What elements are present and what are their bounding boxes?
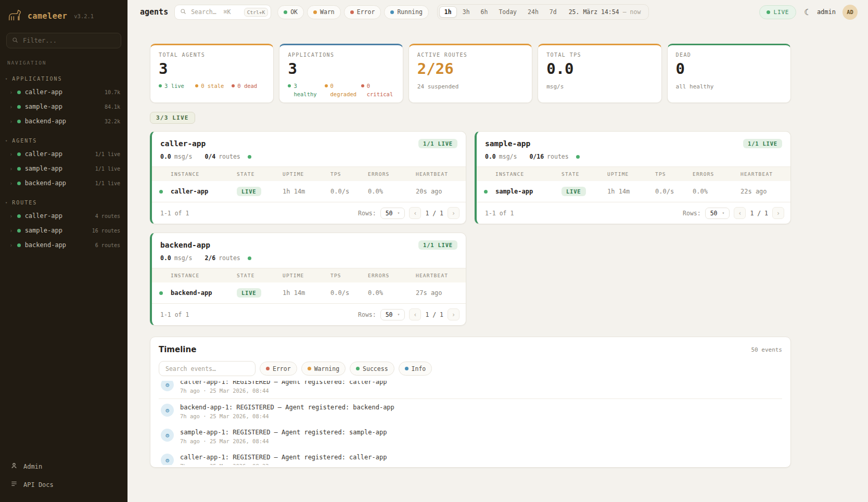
sidebar-item-label: backend-app	[25, 179, 66, 187]
gear-icon: ⚙	[161, 429, 174, 442]
timeline-event[interactable]: ⚙ caller-app-1: REGISTERED — Agent regis…	[159, 381, 782, 399]
sidebar-section-agents: ▾ AGENTS › caller-app 1/1 live › sample-…	[0, 136, 127, 190]
section-header-agents[interactable]: ▾ AGENTS	[0, 136, 127, 147]
ok-dot	[248, 155, 251, 159]
warn-dot	[325, 84, 328, 87]
topbar: agents Ctrl+K OK Warn Error Ru	[127, 0, 868, 24]
column-header: HEARTBEAT	[412, 268, 466, 282]
sidebar-item-routes-caller-app[interactable]: › caller-app 4 routes	[0, 209, 127, 223]
global-search[interactable]: Ctrl+K	[174, 5, 271, 20]
sidebar-filter[interactable]	[6, 33, 121, 48]
tps-unit: msg/s	[174, 254, 193, 262]
card-stats: 3 healthy 0 degraded 0 critical	[288, 82, 394, 99]
filter-chip-running[interactable]: Running	[384, 5, 428, 19]
rows-per-page-value: 50	[710, 210, 718, 217]
instance-name: backend-app	[167, 282, 233, 304]
event-time: 7h ago · 25 Mar 2026, 08:23	[180, 463, 387, 465]
sidebar-item-routes-sample-app[interactable]: › sample-app 16 routes	[0, 223, 127, 238]
page-indicator: 1 / 1	[425, 311, 443, 318]
instance-table-header: INSTANCE STATE UPTIME TPS ERRORS HEARTBE…	[477, 167, 790, 181]
sidebar-filter-input[interactable]	[22, 36, 116, 45]
prev-page-button[interactable]: ‹	[409, 207, 421, 219]
rows-per-page-value: 50	[386, 311, 393, 318]
live-status-badge[interactable]: LIVE	[759, 5, 797, 19]
next-page-button[interactable]: ›	[448, 207, 459, 219]
time-range-1h[interactable]: 1h	[439, 6, 457, 18]
sidebar-admin-link[interactable]: Admin	[0, 457, 127, 475]
event-title: caller-app-1: REGISTERED — Agent registe…	[180, 454, 387, 461]
sidebar-item-applications-backend-app[interactable]: › backend-app 32.2k	[0, 114, 127, 128]
prev-page-button[interactable]: ‹	[409, 308, 421, 320]
chevron-right-icon: ›	[9, 181, 13, 186]
sidebar-item-applications-sample-app[interactable]: › sample-app 84.1k	[0, 99, 127, 114]
app-cards-grid: caller-app 1/1 LIVE 0.0 msg/s 0/4 routes…	[150, 131, 791, 326]
row-range: 1-1 of 1	[485, 210, 514, 217]
section-caret-icon: ▾	[5, 77, 8, 81]
filter-chip-ok[interactable]: OK	[277, 5, 304, 19]
event-title: backend-app-1: REGISTERED — Agent regist…	[180, 404, 394, 411]
timeline-search-input[interactable]	[164, 365, 252, 373]
sidebar-section-applications: ▾ APPLICATIONS › caller-app 10.7k › samp…	[0, 74, 127, 128]
rows-per-page-select[interactable]: 50 ▾	[380, 309, 405, 320]
chevron-left-icon: ‹	[413, 210, 417, 217]
instance-uptime: 1h 14m	[603, 181, 651, 202]
chevron-right-icon: ›	[9, 166, 13, 172]
chip-label: Running	[397, 8, 422, 16]
instance-row[interactable]: backend-app LIVE 1h 14m 0.0/s 0.0% 27s a…	[152, 282, 466, 304]
next-page-button[interactable]: ›	[448, 308, 459, 320]
search-icon	[180, 8, 186, 16]
timeline-event[interactable]: ⚙ backend-app-1: REGISTERED — Agent regi…	[159, 399, 782, 424]
ok-dot	[17, 182, 21, 185]
stat-text: 0 stale	[201, 82, 224, 91]
timeline-event-count: 50 events	[751, 346, 782, 353]
section-header-routes[interactable]: ▾ ROUTES	[0, 198, 127, 209]
timeline-filter-info[interactable]: Info	[399, 362, 432, 376]
timeline-search[interactable]	[159, 361, 256, 376]
timeline-filter-error[interactable]: Error	[260, 362, 297, 376]
rows-per-page-select[interactable]: 50 ▾	[380, 208, 405, 219]
timeline-event[interactable]: ⚙ caller-app-1: REGISTERED — Agent regis…	[159, 449, 782, 465]
sidebar-item-applications-caller-app[interactable]: › caller-app 10.7k	[0, 85, 127, 99]
time-range-3h[interactable]: 3h	[457, 6, 475, 18]
status-filter-chips: OK Warn Error Running	[277, 5, 429, 19]
avatar[interactable]: AD	[843, 5, 858, 20]
next-page-button[interactable]: ›	[772, 207, 784, 219]
column-header: STATE	[557, 167, 603, 181]
time-range-6h[interactable]: 6h	[476, 6, 493, 18]
timeline-filter-warning[interactable]: Warning	[301, 362, 346, 376]
sidebar-item-routes-backend-app[interactable]: › backend-app 6 routes	[0, 238, 127, 252]
theme-toggle[interactable]: ☾	[803, 7, 810, 17]
live-summary-badge: 3/3 LIVE	[150, 112, 195, 124]
timeline-filter-success[interactable]: Success	[350, 362, 394, 376]
ok-dot	[17, 91, 21, 94]
time-range-24h[interactable]: 24h	[522, 6, 544, 18]
sidebar-apidocs-link[interactable]: API Docs	[0, 475, 127, 494]
ok-dot	[17, 214, 21, 218]
global-search-input[interactable]	[190, 8, 240, 16]
card-value: 0.0	[546, 61, 653, 78]
timeline-event[interactable]: ⚙ sample-app-1: REGISTERED — Agent regis…	[159, 424, 782, 449]
filter-chip-warn[interactable]: Warn	[307, 5, 341, 19]
time-range-7d[interactable]: 7d	[544, 6, 562, 18]
time-range-today[interactable]: Today	[493, 6, 522, 18]
chip-label: Warning	[314, 365, 339, 372]
sidebar-item-agents-backend-app[interactable]: › backend-app 1/1 live	[0, 176, 127, 190]
event-time: 7h ago · 25 Mar 2026, 08:44	[180, 388, 387, 394]
column-header: INSTANCE	[167, 167, 233, 181]
section-header-applications[interactable]: ▾ APPLICATIONS	[0, 74, 127, 85]
card-subtext: 24 suspended	[417, 83, 524, 90]
filter-chip-error[interactable]: Error	[344, 5, 381, 19]
chip-label: Success	[363, 365, 388, 372]
live-label: LIVE	[774, 9, 789, 16]
page-title: agents	[140, 7, 168, 17]
sidebar-item-agents-caller-app[interactable]: › caller-app 1/1 live	[0, 147, 127, 161]
timeline-event-list[interactable]: ⚙ caller-app-1: REGISTERED — Agent regis…	[159, 381, 782, 465]
app-card-header: caller-app 1/1 LIVE	[152, 132, 466, 153]
instance-row[interactable]: sample-app LIVE 1h 14m 0.0/s 0.0% 22s ag…	[477, 181, 790, 202]
prev-page-button[interactable]: ‹	[734, 207, 746, 219]
instance-row[interactable]: caller-app LIVE 1h 14m 0.0/s 0.0% 20s ag…	[152, 181, 466, 202]
sidebar-item-agents-sample-app[interactable]: › sample-app 1/1 live	[0, 161, 127, 176]
rows-per-page-select[interactable]: 50 ▾	[705, 208, 730, 219]
event-title: caller-app-1: REGISTERED — Agent registe…	[180, 381, 387, 385]
column-header: TPS	[326, 167, 364, 181]
